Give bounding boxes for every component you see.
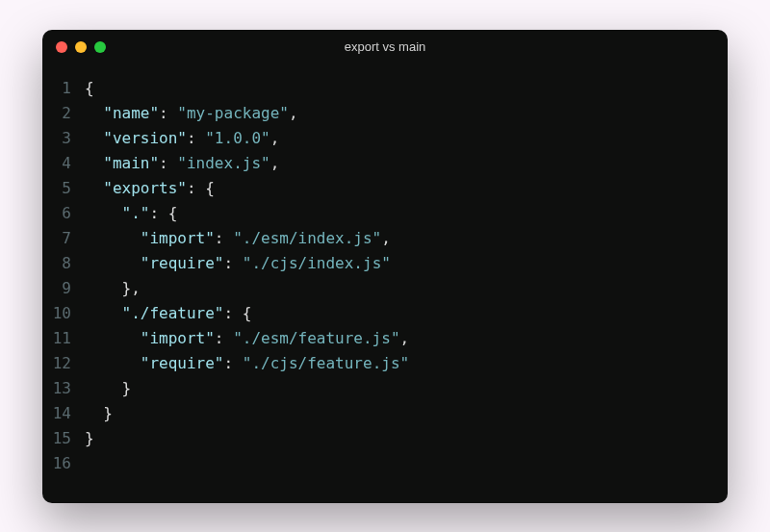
line-number: 1 xyxy=(42,76,71,101)
code-line[interactable]: "version": "1.0.0", xyxy=(85,126,728,151)
code-line[interactable]: "require": "./cjs/feature.js" xyxy=(85,351,728,376)
token-punc: : xyxy=(224,354,243,372)
traffic-lights xyxy=(56,41,106,53)
code-line[interactable]: { xyxy=(85,76,728,101)
token-punc: , xyxy=(289,104,298,122)
token-punc: : xyxy=(224,254,243,272)
minimize-icon[interactable] xyxy=(75,41,87,53)
token-punc: : { xyxy=(149,204,177,222)
token-punc: : { xyxy=(224,304,252,322)
token-key: "import" xyxy=(141,229,215,247)
line-number: 16 xyxy=(42,451,71,476)
code-line[interactable]: } xyxy=(85,426,728,451)
line-number: 13 xyxy=(42,376,71,401)
token-punc: : xyxy=(187,129,205,147)
token-key: "./feature" xyxy=(122,304,224,322)
token-punc xyxy=(85,329,141,347)
code-line[interactable]: "main": "index.js", xyxy=(85,151,728,176)
line-number: 10 xyxy=(42,301,71,326)
token-punc xyxy=(85,304,122,322)
token-str: "./cjs/index.js" xyxy=(243,254,391,272)
token-key: "require" xyxy=(141,354,224,372)
code-line[interactable]: ".": { xyxy=(85,201,728,226)
window-title: export vs main xyxy=(42,39,728,54)
token-punc: { xyxy=(85,79,94,97)
token-str: "./esm/feature.js" xyxy=(233,329,399,347)
line-number: 8 xyxy=(42,251,71,276)
close-icon[interactable] xyxy=(56,41,67,53)
token-key: "exports" xyxy=(103,179,187,197)
line-number: 9 xyxy=(42,276,71,301)
line-number: 15 xyxy=(42,426,71,451)
code-line[interactable]: }, xyxy=(85,276,728,301)
token-str: "./esm/index.js" xyxy=(233,229,381,247)
token-key: "import" xyxy=(141,329,215,347)
token-str: "my-package" xyxy=(177,104,289,122)
token-punc xyxy=(85,129,103,147)
token-punc: }, xyxy=(85,279,141,297)
token-punc xyxy=(85,154,103,172)
line-number: 14 xyxy=(42,401,71,426)
token-punc: , xyxy=(270,154,280,172)
token-punc xyxy=(85,204,122,222)
line-number: 12 xyxy=(42,351,71,376)
code-line[interactable] xyxy=(85,451,728,476)
code-line[interactable]: } xyxy=(85,401,728,426)
token-punc: : xyxy=(159,104,177,122)
line-number: 5 xyxy=(42,176,71,201)
token-str: "1.0.0" xyxy=(205,129,270,147)
token-punc xyxy=(85,104,103,122)
token-punc: : { xyxy=(187,179,215,197)
token-punc: } xyxy=(85,379,131,397)
token-key: "." xyxy=(122,204,150,222)
token-punc xyxy=(85,179,103,197)
token-key: "require" xyxy=(141,254,224,272)
token-punc: } xyxy=(85,429,94,447)
editor-window: export vs main 12345678910111213141516 {… xyxy=(42,30,728,503)
token-str: "index.js" xyxy=(177,154,270,172)
token-punc: : xyxy=(215,329,233,347)
line-number: 3 xyxy=(42,126,71,151)
token-key: "main" xyxy=(103,154,159,172)
maximize-icon[interactable] xyxy=(94,41,106,53)
code-line[interactable]: "name": "my-package", xyxy=(85,101,728,126)
code-area[interactable]: 12345678910111213141516 { "name": "my-pa… xyxy=(42,64,728,503)
token-punc xyxy=(85,229,141,247)
token-key: "version" xyxy=(103,129,187,147)
token-punc xyxy=(85,254,141,272)
code-line[interactable]: "exports": { xyxy=(85,176,728,201)
token-punc xyxy=(85,354,141,372)
token-punc: : xyxy=(215,229,233,247)
line-number-gutter: 12345678910111213141516 xyxy=(42,76,85,492)
titlebar: export vs main xyxy=(42,30,728,64)
line-number: 6 xyxy=(42,201,71,226)
code-line[interactable]: } xyxy=(85,376,728,401)
line-number: 7 xyxy=(42,226,71,251)
token-punc: , xyxy=(270,129,280,147)
line-number: 4 xyxy=(42,151,71,176)
token-key: "name" xyxy=(103,104,159,122)
line-number: 11 xyxy=(42,326,71,351)
code-line[interactable]: "import": "./esm/index.js", xyxy=(85,226,728,251)
code-line[interactable]: "require": "./cjs/index.js" xyxy=(85,251,728,276)
token-punc: , xyxy=(400,329,410,347)
code-content[interactable]: { "name": "my-package", "version": "1.0.… xyxy=(85,76,728,492)
token-punc: } xyxy=(85,404,113,422)
token-punc: : xyxy=(159,154,177,172)
token-str: "./cjs/feature.js" xyxy=(243,354,409,372)
token-punc: , xyxy=(381,229,391,247)
code-line[interactable]: "import": "./esm/feature.js", xyxy=(85,326,728,351)
code-line[interactable]: "./feature": { xyxy=(85,301,728,326)
line-number: 2 xyxy=(42,101,71,126)
